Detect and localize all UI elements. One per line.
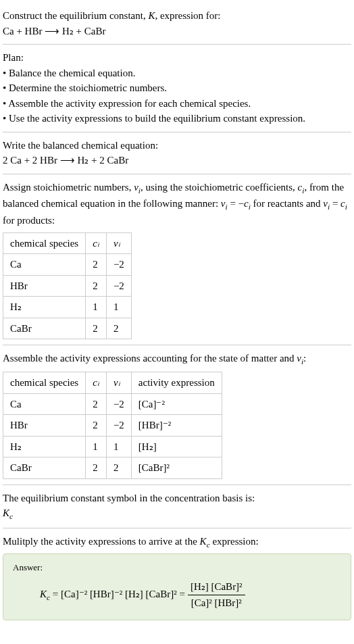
answer-label: Answer: (13, 561, 341, 574)
balanced-equation: 2 Ca + 2 HBr ⟶ H₂ + 2 CaBr (3, 153, 351, 168)
col-ci: cᵢ (86, 232, 107, 254)
stoich-text: Assign stoichiometric numbers, νi, using… (3, 180, 351, 228)
activity-table: chemical species cᵢ νᵢ activity expressi… (3, 372, 222, 479)
table-row: H₂11 (3, 297, 132, 318)
prompt-equation: Ca + HBr ⟶ H₂ + CaBr (3, 24, 351, 39)
stoich: Assign stoichiometric numbers, νi, using… (3, 174, 351, 345)
col-activity: activity expression (131, 372, 222, 394)
stoich-table: chemical species cᵢ νᵢ Ca2−2 HBr2−2 H₂11… (3, 232, 132, 340)
balanced: Write the balanced chemical equation: 2 … (3, 132, 351, 174)
plan-bullet: • Use the activity expressions to build … (3, 111, 351, 126)
multiply-text: Mulitply the activity expressions to arr… (3, 534, 351, 551)
balanced-title: Write the balanced chemical equation: (3, 138, 351, 153)
fraction: [H₂] [CaBr]² [Ca]² [HBr]² (188, 579, 245, 610)
col-species: chemical species (3, 232, 86, 254)
col-nui: νᵢ (106, 232, 131, 254)
table-header-row: chemical species cᵢ νᵢ (3, 232, 132, 254)
table-row: H₂11[H₂] (3, 436, 222, 457)
kc-symbol: Kc (3, 505, 351, 522)
plan-bullet: • Determine the stoichiometric numbers. (3, 80, 351, 96)
plan: Plan: • Balance the chemical equation. •… (3, 44, 351, 132)
col-species: chemical species (3, 372, 86, 394)
col-nui: νᵢ (106, 372, 131, 394)
table-row: Ca2−2[Ca]⁻² (3, 393, 222, 415)
multiply-section: Mulitply the activity expressions to arr… (3, 528, 351, 626)
fraction-denominator: [Ca]² [HBr]² (188, 595, 245, 611)
prompt-line1: Construct the equilibrium constant, K, e… (3, 8, 351, 24)
assemble-text: Assemble the activity expressions accoun… (3, 351, 351, 368)
col-ci: cᵢ (86, 372, 107, 394)
answer-box: Answer: Kc = [Ca]⁻² [HBr]⁻² [H₂] [CaBr]²… (3, 553, 351, 621)
prompt: Construct the equilibrium constant, K, e… (3, 3, 351, 44)
text: Construct the equilibrium constant, (3, 10, 148, 21)
k-symbol: K (148, 10, 155, 21)
answer-expression: Kc = [Ca]⁻² [HBr]⁻² [H₂] [CaBr]² = [H₂] … (13, 579, 341, 610)
plan-bullet: • Balance the chemical equation. (3, 66, 351, 81)
table-row: HBr2−2 (3, 275, 132, 297)
plan-title: Plan: (3, 50, 351, 66)
kc-symbol-section: The equilibrium constant symbol in the c… (3, 485, 351, 528)
table-row: HBr2−2[HBr]⁻² (3, 415, 222, 437)
table-row: CaBr22[CaBr]² (3, 457, 222, 479)
assemble: Assemble the activity expressions accoun… (3, 345, 351, 484)
fraction-numerator: [H₂] [CaBr]² (188, 579, 245, 595)
table-row: Ca2−2 (3, 254, 132, 276)
table-header-row: chemical species cᵢ νᵢ activity expressi… (3, 372, 222, 394)
table-row: CaBr22 (3, 318, 132, 339)
kc-symbol-text: The equilibrium constant symbol in the c… (3, 491, 351, 506)
plan-bullet: • Assemble the activity expression for e… (3, 96, 351, 112)
text: , expression for: (155, 10, 220, 21)
